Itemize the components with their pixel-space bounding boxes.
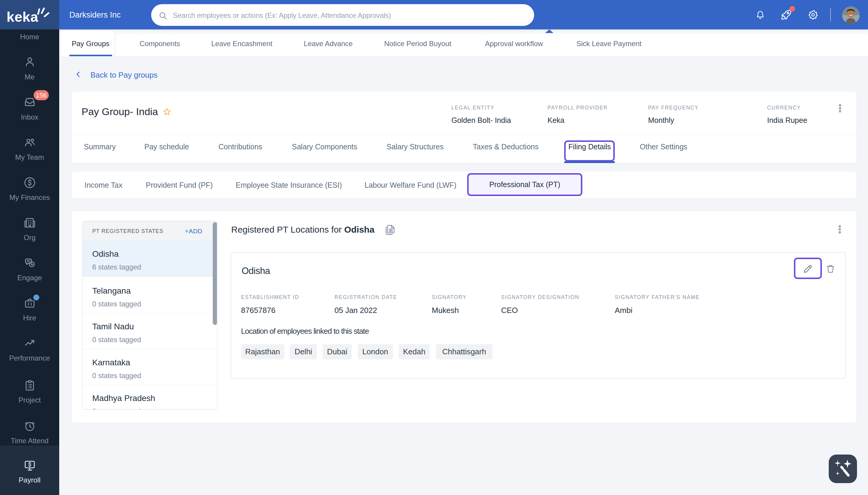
svg-text:keka: keka xyxy=(6,9,38,25)
